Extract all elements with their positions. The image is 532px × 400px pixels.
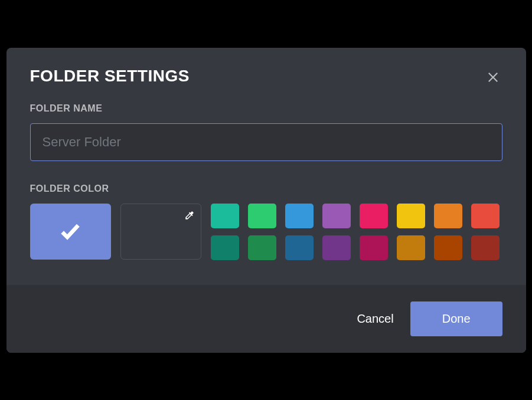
done-button[interactable]: Done <box>410 301 502 336</box>
color-swatch-3[interactable] <box>322 204 351 228</box>
color-swatch-11[interactable] <box>322 235 351 260</box>
color-swatch-7[interactable] <box>471 204 500 228</box>
color-picker-row <box>30 204 502 260</box>
modal-header: FOLDER SETTINGS <box>6 48 526 87</box>
color-swatch-10[interactable] <box>285 235 314 260</box>
color-swatch-4[interactable] <box>360 204 388 228</box>
modal-footer: Cancel Done <box>6 285 526 353</box>
custom-color-swatch[interactable] <box>120 204 201 260</box>
color-swatch-15[interactable] <box>471 235 500 260</box>
cancel-button[interactable]: Cancel <box>357 312 393 326</box>
folder-color-label: FOLDER COLOR <box>30 183 502 194</box>
color-swatch-2[interactable] <box>285 204 314 228</box>
close-button[interactable] <box>484 68 502 87</box>
modal-body: FOLDER NAME FOLDER COLOR <box>6 87 526 285</box>
folder-name-input[interactable] <box>30 123 502 161</box>
color-swatch-6[interactable] <box>434 204 462 228</box>
folder-settings-modal: FOLDER SETTINGS FOLDER NAME FOLDER COLOR <box>6 48 526 353</box>
folder-name-label: FOLDER NAME <box>30 103 502 114</box>
color-swatch-13[interactable] <box>397 235 425 260</box>
color-swatch-5[interactable] <box>397 204 425 228</box>
color-grid <box>211 204 500 260</box>
default-color-swatch[interactable] <box>30 204 111 260</box>
color-swatch-0[interactable] <box>211 204 239 228</box>
color-swatch-14[interactable] <box>434 235 462 260</box>
color-swatch-12[interactable] <box>360 235 388 260</box>
color-swatch-1[interactable] <box>248 204 276 228</box>
checkmark-icon <box>58 219 82 243</box>
modal-title: FOLDER SETTINGS <box>30 67 190 86</box>
color-swatch-9[interactable] <box>248 235 276 260</box>
eyedropper-icon <box>184 210 195 221</box>
close-icon <box>486 70 500 84</box>
color-swatch-8[interactable] <box>211 235 239 260</box>
